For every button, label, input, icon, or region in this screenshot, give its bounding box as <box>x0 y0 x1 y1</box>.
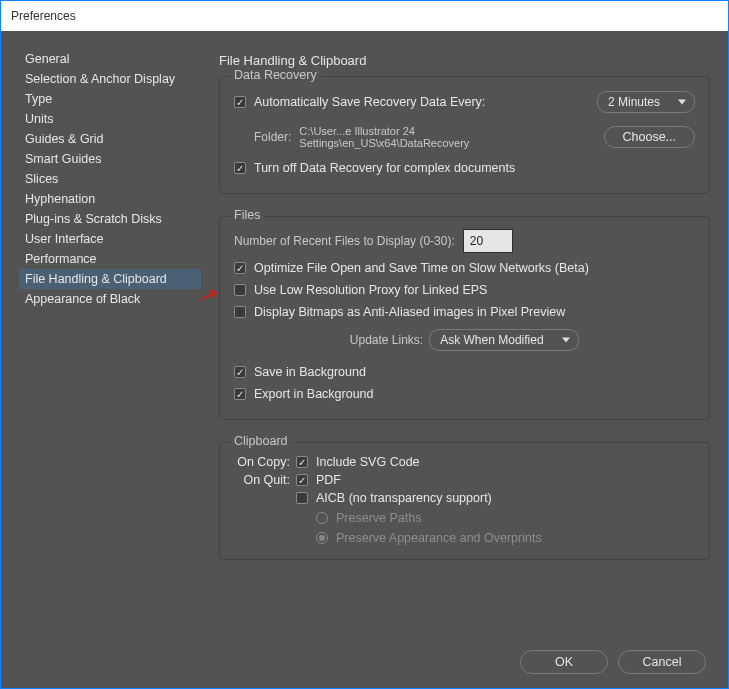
ok-button[interactable]: OK <box>520 650 608 674</box>
group-title-clipboard: Clipboard <box>230 434 292 448</box>
group-files: Files Number of Recent Files to Display … <box>219 216 710 420</box>
sidebar-item-type[interactable]: Type <box>19 89 201 109</box>
select-update-links[interactable]: Ask When Modified <box>429 329 579 351</box>
sidebar-item-general[interactable]: General <box>19 49 201 69</box>
checkbox-optimize-slow-network[interactable]: ✓ <box>234 262 246 274</box>
sidebar-item-hyphenation[interactable]: Hyphenation <box>19 189 201 209</box>
checkbox-turn-off-complex[interactable]: ✓ <box>234 162 246 174</box>
sidebar-item-user-interface[interactable]: User Interface <box>19 229 201 249</box>
label-low-res-proxy: Use Low Resolution Proxy for Linked EPS <box>254 283 487 297</box>
group-title-files: Files <box>230 208 264 222</box>
checkbox-include-svg[interactable]: ✓ <box>296 456 308 468</box>
sidebar-item-units[interactable]: Units <box>19 109 201 129</box>
sidebar-item-smart-guides[interactable]: Smart Guides <box>19 149 201 169</box>
label-folder: Folder: <box>254 130 291 144</box>
group-clipboard: Clipboard On Copy: ✓ Include SVG Code On… <box>219 442 710 560</box>
label-preserve-paths: Preserve Paths <box>336 511 421 525</box>
checkbox-export-bg[interactable]: ✓ <box>234 388 246 400</box>
sidebar-item-guides-grid[interactable]: Guides & Grid <box>19 129 201 149</box>
select-auto-save-interval[interactable]: 2 Minutes <box>597 91 695 113</box>
annotation-arrow-icon <box>201 289 220 303</box>
checkbox-bitmap-antialias[interactable] <box>234 306 246 318</box>
sidebar-item-file-handling-clipboard[interactable]: File Handling & Clipboard <box>19 269 201 289</box>
label-turn-off-complex: Turn off Data Recovery for complex docum… <box>254 161 515 175</box>
preferences-window: Preferences General Selection & Anchor D… <box>0 0 729 689</box>
checkbox-pdf[interactable]: ✓ <box>296 474 308 486</box>
checkbox-save-bg[interactable]: ✓ <box>234 366 246 378</box>
group-data-recovery: Data Recovery ✓ Automatically Save Recov… <box>219 76 710 194</box>
sidebar-item-performance[interactable]: Performance <box>19 249 201 269</box>
cancel-button[interactable]: Cancel <box>618 650 706 674</box>
input-recent-files[interactable] <box>463 229 513 253</box>
sidebar-item-plugins-scratch-disks[interactable]: Plug-ins & Scratch Disks <box>19 209 201 229</box>
checkbox-aicb[interactable] <box>296 492 308 504</box>
label-optimize-slow-network: Optimize File Open and Save Time on Slow… <box>254 261 589 275</box>
label-update-links: Update Links: <box>350 333 423 347</box>
group-title-data-recovery: Data Recovery <box>230 68 321 82</box>
label-bitmap-antialias: Display Bitmaps as Anti-Aliased images i… <box>254 305 565 319</box>
label-on-quit: On Quit: <box>234 473 296 487</box>
radio-preserve-paths <box>316 512 328 524</box>
content-pane: File Handling & Clipboard Data Recovery … <box>201 49 710 634</box>
titlebar: Preferences <box>1 1 728 31</box>
radio-preserve-appearance <box>316 532 328 544</box>
label-save-bg: Save in Background <box>254 365 366 379</box>
label-include-svg: Include SVG Code <box>316 455 420 469</box>
checkbox-low-res-proxy[interactable] <box>234 284 246 296</box>
label-recent-files: Number of Recent Files to Display (0-30)… <box>234 234 455 248</box>
label-aicb: AICB (no transparency support) <box>316 491 492 505</box>
label-export-bg: Export in Background <box>254 387 374 401</box>
label-preserve-appearance: Preserve Appearance and Overprints <box>336 531 542 545</box>
label-on-copy: On Copy: <box>234 455 296 469</box>
sidebar-item-selection-anchor-display[interactable]: Selection & Anchor Display <box>19 69 201 89</box>
folder-path: C:\User...e Illustrator 24 Settings\en_U… <box>299 125 587 149</box>
footer: OK Cancel <box>19 634 710 688</box>
checkbox-auto-save[interactable]: ✓ <box>234 96 246 108</box>
label-pdf: PDF <box>316 473 341 487</box>
choose-folder-button[interactable]: Choose... <box>604 126 695 148</box>
window-title: Preferences <box>11 9 76 23</box>
label-auto-save: Automatically Save Recovery Data Every: <box>254 95 485 109</box>
sidebar: General Selection & Anchor Display Type … <box>19 49 201 634</box>
sidebar-item-slices[interactable]: Slices <box>19 169 201 189</box>
sidebar-item-appearance-of-black[interactable]: Appearance of Black <box>19 289 201 309</box>
